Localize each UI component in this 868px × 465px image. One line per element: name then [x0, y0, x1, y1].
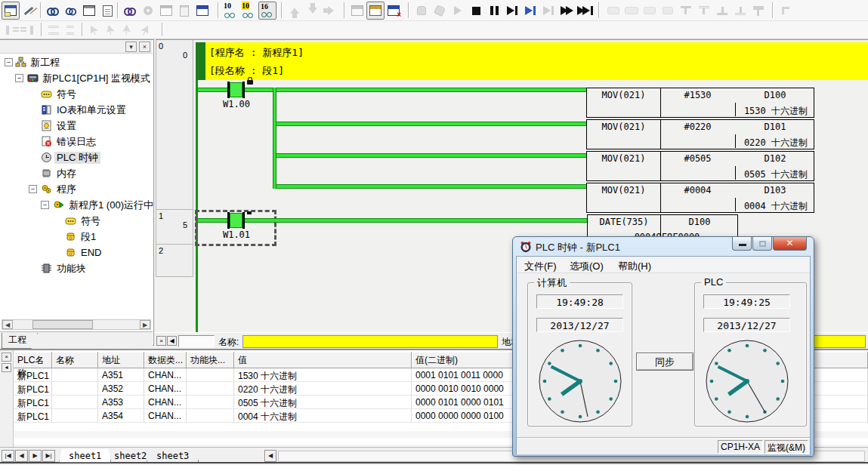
instruction-box-mov4[interactable]: MOV(021) #0004 D103 0004 十六进制 [586, 183, 814, 213]
pointer-select-icon[interactable] [86, 23, 103, 38]
table-cell[interactable]: 1530 十六进制 [234, 368, 412, 382]
table-cell[interactable]: 0220 十六进制 [234, 382, 412, 396]
contact-w100-on-state[interactable] [230, 82, 242, 97]
sheet-scroll-left-icon[interactable]: ◀ [264, 450, 276, 462]
rung-margin-2[interactable]: 2 [156, 245, 193, 277]
pointer-delete-icon[interactable] [136, 23, 153, 38]
table-cell[interactable]: 新PLC1 [14, 382, 52, 396]
scrollbar-thumb[interactable] [32, 320, 93, 329]
instruction-box-mov2[interactable]: MOV(021) #0220 D101 0220 十六进制 [586, 119, 814, 149]
indent-left-icon[interactable] [3, 23, 20, 38]
column-header[interactable]: 数据类... [144, 352, 187, 368]
run-icon[interactable] [449, 2, 467, 20]
first-sheet-icon[interactable]: |◀ [2, 450, 14, 462]
force-off-icon[interactable] [431, 2, 449, 20]
table-cell[interactable]: 0004 十六进制 [234, 409, 412, 423]
transfer-cancel-icon[interactable]: × [385, 2, 403, 20]
list-layout-icon[interactable] [45, 23, 62, 38]
keyboard-card-icon-4[interactable] [659, 2, 677, 20]
keyboard-card-icon-3[interactable] [641, 2, 659, 20]
sync-button[interactable]: 同步 [636, 353, 693, 371]
pointer-copy-icon[interactable] [119, 23, 136, 38]
instruction-box-mov1[interactable]: MOV(021) #1530 D100 1530 十六进制 [586, 88, 814, 118]
table-cell[interactable]: A353 [98, 396, 144, 409]
scroll-left-icon[interactable]: ◀ [2, 320, 13, 329]
column-header[interactable]: 地址 [98, 352, 144, 368]
prev-sheet-icon[interactable]: ◀ [15, 450, 28, 462]
stop-icon[interactable] [467, 2, 485, 20]
list-compact-icon[interactable] [62, 23, 79, 38]
last-sheet-icon[interactable]: ▶| [42, 450, 55, 462]
watch-arrow-icon[interactable]: ◂ [2, 363, 11, 372]
expander-icon[interactable]: − [5, 58, 13, 66]
io-connect-icon[interactable] [80, 2, 98, 20]
table-cell[interactable]: CHAN... [144, 382, 187, 396]
keyboard-card-icon-2[interactable] [622, 2, 641, 20]
pause-icon[interactable] [485, 2, 503, 20]
binary-monitor-icon[interactable] [193, 2, 212, 20]
column-header[interactable]: 功能块... [187, 352, 234, 368]
view-layout-icon[interactable] [2, 2, 20, 20]
close-button[interactable]: ✕ [773, 237, 807, 251]
monitor-view-icon[interactable] [44, 2, 62, 20]
table-cell[interactable] [52, 368, 98, 382]
step-into-icon[interactable] [521, 2, 539, 20]
workspace-close-button[interactable]: × [139, 42, 150, 52]
table-cell[interactable] [187, 409, 234, 423]
symbol-index-box[interactable] [178, 335, 215, 347]
compile-check-icon[interactable] [121, 2, 139, 20]
ladder-contact-icon-3[interactable] [713, 2, 731, 20]
tab-project[interactable]: 工程 [2, 333, 38, 349]
symbol-bar-close-icon[interactable]: × [156, 336, 166, 346]
continuous-step-icon[interactable] [558, 2, 576, 20]
download-program-icon[interactable] [304, 2, 322, 20]
tree-horizontal-scrollbar[interactable]: ◀ ▶ [2, 319, 151, 330]
expander-icon[interactable]: − [41, 201, 49, 209]
menu-options[interactable]: 选项(O) [565, 259, 608, 274]
edit-properties-icon[interactable] [98, 2, 116, 20]
table-cell[interactable]: 新PLC1 [14, 396, 52, 409]
ladder-contact-icon-4[interactable] [731, 2, 749, 20]
step-run-icon[interactable] [503, 2, 521, 20]
tab-sheet1[interactable]: sheet1 [59, 449, 111, 463]
plc-clock-dialog[interactable]: PLC 时钟 - 新PLC1 ✕ 文件(F) 选项(O) 帮助(H) 计算机 1… [512, 236, 814, 457]
clipboard-icon[interactable] [175, 2, 193, 20]
table-cell[interactable]: CHAN... [144, 396, 187, 409]
column-header[interactable]: 值 [234, 352, 412, 368]
upload-program-icon[interactable] [286, 2, 304, 20]
rung-margin-1[interactable]: 1 5 [156, 210, 193, 245]
online-work-icon[interactable] [139, 2, 157, 20]
table-cell[interactable] [187, 368, 234, 382]
ladder-contact-icon-2[interactable] [695, 2, 713, 20]
scroll-right-icon[interactable]: ▶ [140, 320, 150, 329]
table-cell[interactable]: 新PLC1 [14, 409, 52, 423]
workspace-dropdown-button[interactable]: ▾ [125, 42, 137, 52]
menu-help[interactable]: 帮助(H) [613, 259, 656, 274]
table-cell[interactable]: 新PLC1 [14, 368, 52, 382]
column-header[interactable]: PLC名称 [14, 352, 52, 368]
watch-window-icon[interactable] [62, 2, 80, 20]
monitor-decimal-icon[interactable]: 10 [222, 2, 240, 20]
ladder-contact-icon-1[interactable] [677, 2, 695, 20]
expander-icon[interactable]: − [15, 74, 23, 82]
table-cell[interactable]: 0505 十六进制 [234, 396, 412, 409]
indent-right-icon[interactable] [20, 23, 36, 38]
table-cell[interactable] [187, 396, 234, 409]
table-cell[interactable] [52, 382, 98, 396]
table-cell[interactable]: CHAN... [144, 368, 187, 382]
contact-w101-on-state[interactable] [230, 213, 242, 228]
tab-sheet3[interactable]: sheet3 [147, 449, 199, 463]
next-sheet-icon[interactable]: ▶ [29, 450, 42, 462]
step-over-icon[interactable] [539, 2, 558, 20]
rung-margin-0[interactable]: 0 0 [156, 40, 193, 210]
table-cell[interactable]: A354 [98, 409, 144, 423]
window-copy-icon[interactable] [157, 2, 175, 20]
options-hammer-icon[interactable] [20, 2, 38, 20]
ladder-contact-icon-5[interactable] [749, 2, 768, 20]
transfer-save-icon[interactable] [348, 2, 366, 20]
table-cell[interactable] [52, 409, 98, 423]
minimize-button[interactable] [732, 237, 752, 251]
work-online-icon[interactable] [366, 2, 385, 20]
table-cell[interactable]: A351 [98, 368, 144, 382]
watch-close-icon[interactable]: × [2, 353, 11, 362]
